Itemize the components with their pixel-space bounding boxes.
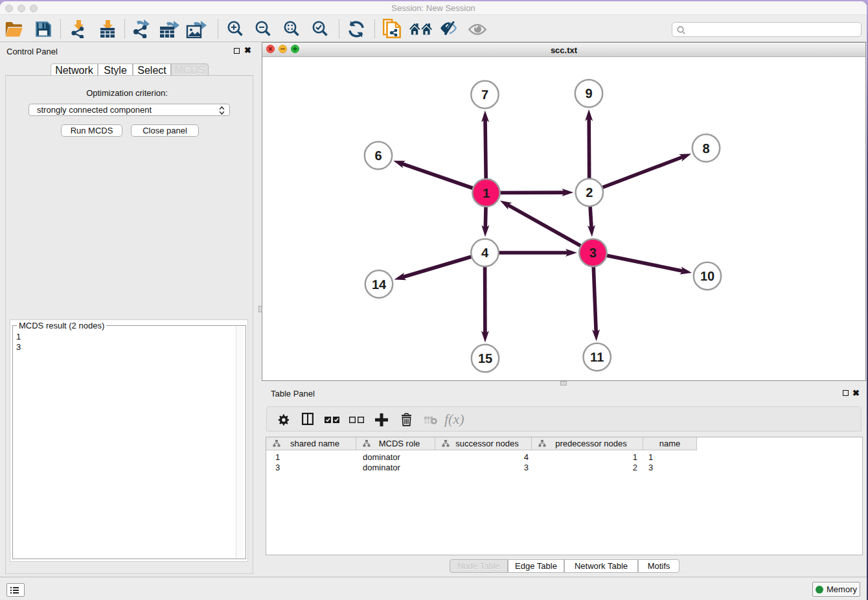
svg-text:14: 14 — [372, 278, 387, 292]
svg-text:3: 3 — [589, 246, 597, 260]
svg-text:7: 7 — [481, 88, 488, 102]
svg-text:15: 15 — [478, 352, 492, 366]
svg-text:11: 11 — [590, 351, 604, 365]
svg-text:4: 4 — [481, 246, 489, 260]
svg-text:10: 10 — [700, 270, 714, 284]
svg-text:8: 8 — [702, 142, 709, 156]
svg-text:6: 6 — [374, 149, 382, 163]
svg-text:1: 1 — [483, 187, 490, 201]
svg-text:2: 2 — [586, 186, 593, 200]
svg-text:9: 9 — [585, 87, 592, 101]
